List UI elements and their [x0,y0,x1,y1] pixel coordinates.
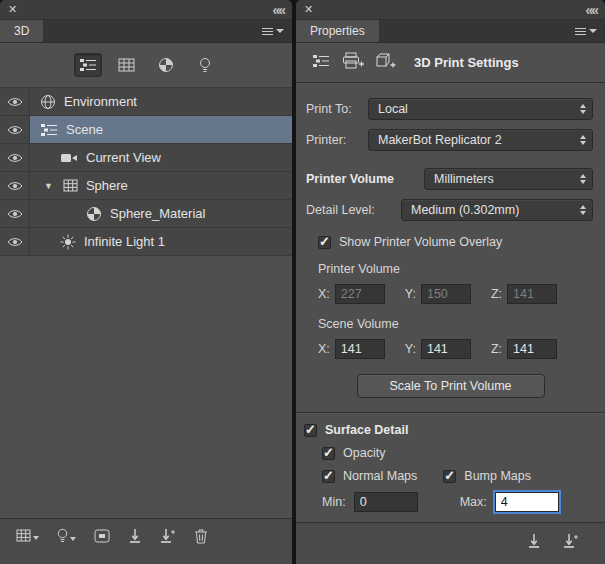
printer-volume-unit-value: Millimeters [434,172,494,186]
row-label: Environment [64,94,137,109]
surface-detail-checkbox[interactable] [304,424,317,437]
scale-to-print-volume-button[interactable]: Scale To Print Volume [357,374,545,398]
grid-menu-icon[interactable] [16,529,39,542]
visibility-toggle[interactable] [0,144,30,171]
row-label: Scene [66,122,103,137]
row-label: Sphere_Material [110,206,205,221]
properties-tab-row: Properties [296,20,605,43]
scene-properties-icon[interactable] [312,54,330,72]
snap-to-ground-icon[interactable] [160,528,176,544]
show-printer-volume-overlay-checkbox[interactable] [318,236,331,249]
max-field[interactable] [495,492,559,512]
row-label: Current View [86,150,161,165]
panel-menu-icon[interactable] [254,20,292,42]
tab-properties[interactable]: Properties [296,20,379,42]
x-axis-label: X: [318,342,330,356]
tab-3d[interactable]: 3D [0,20,43,42]
eye-icon [7,153,23,163]
max-label: Max: [460,495,487,509]
eye-icon [7,97,23,107]
detail-level-value: Medium (0.302mm) [411,203,519,217]
close-icon[interactable]: ✕ [8,4,17,15]
panel-menu-icon[interactable] [567,20,605,42]
delete-icon[interactable] [194,528,208,544]
printer-volume-unit-label: Printer Volume [306,172,424,186]
environment-icon [40,94,56,110]
min-label: Min: [322,495,346,509]
new-light-icon[interactable] [57,528,76,543]
visibility-toggle[interactable] [0,88,30,115]
material-icon [86,206,102,222]
visibility-toggle[interactable] [0,200,30,227]
filter-materials-icon[interactable] [152,53,180,77]
printer-icon[interactable] [342,52,364,74]
visibility-toggle[interactable] [0,116,30,143]
3d-filter-bar [0,43,292,87]
print-to-label: Print To: [306,102,368,116]
y-axis-label: Y: [405,287,416,301]
y-axis-label: Y: [405,342,416,356]
bump-maps-checkbox[interactable] [443,470,456,483]
filter-lights-icon[interactable] [191,53,219,77]
eye-icon [7,209,23,219]
normal-maps-label: Normal Maps [343,469,417,483]
filter-scene-icon[interactable] [74,53,102,77]
scene-row-sphere[interactable]: ▼ Sphere [0,172,292,200]
row-label: Infinite Light 1 [84,234,165,249]
dropdown-arrows-icon [574,104,586,114]
scene-row-scene[interactable]: Scene [0,116,292,144]
scene-volume-y-field[interactable] [421,339,471,359]
detail-level-label: Detail Level: [306,203,401,217]
detail-level-dropdown[interactable]: Medium (0.302mm) [401,199,593,221]
dropdown-arrows-icon [574,205,586,215]
printer-volume-y-field[interactable] [421,284,471,304]
tab-3d-label: 3D [14,24,29,38]
z-axis-label: Z: [491,342,502,356]
properties-toolbar [296,522,605,564]
drop-to-ground-icon[interactable] [128,528,142,544]
menu-lines-icon [575,26,586,37]
normal-maps-checkbox[interactable] [322,470,335,483]
3d-panel: ✕ «« 3D [0,0,292,564]
drop-to-ground-icon[interactable] [527,533,541,549]
scene-row-current-view[interactable]: Current View [0,144,292,172]
print-to-dropdown[interactable]: Local [368,98,593,120]
properties-title: 3D Print Settings [414,55,519,70]
properties-body: 3D Print Settings Print To: Local Printe… [296,43,605,564]
surface-detail-label: Surface Detail [325,423,408,437]
background-icon[interactable] [94,529,110,543]
min-field[interactable] [354,492,418,512]
eye-icon [7,237,23,247]
show-printer-volume-overlay-label: Show Printer Volume Overlay [339,235,502,249]
scene-row-infinite-light[interactable]: Infinite Light 1 [0,228,292,256]
close-icon[interactable]: ✕ [304,4,313,15]
scene-row-environment[interactable]: Environment [0,88,292,116]
collapse-panel-icon[interactable]: «« [272,3,284,17]
opacity-checkbox[interactable] [322,447,335,460]
3d-panel-toolbar [0,518,292,564]
printer-volume-unit-dropdown[interactable]: Millimeters [424,168,593,190]
extrusion-plus-icon[interactable] [376,52,396,73]
disclosure-triangle-icon[interactable]: ▼ [44,181,53,191]
filter-meshes-icon[interactable] [113,53,141,77]
printer-dropdown[interactable]: MakerBot Replicator 2 [368,129,593,151]
bump-maps-label: Bump Maps [464,469,531,483]
scene-row-sphere-material[interactable]: Sphere_Material [0,200,292,228]
scene-volume-z-field[interactable] [507,339,557,359]
dropdown-arrows-icon [574,174,586,184]
tab-fill [43,20,254,42]
printer-volume-x-field[interactable] [335,284,385,304]
print-to-value: Local [378,102,408,116]
menu-lines-icon [262,26,273,37]
camera-icon [60,152,78,164]
properties-header: 3D Print Settings [296,43,605,83]
printer-volume-z-field[interactable] [507,284,557,304]
row-label: Sphere [86,178,128,193]
snap-to-ground-icon[interactable] [563,533,579,549]
printer-value: MakerBot Replicator 2 [378,133,502,147]
visibility-toggle[interactable] [0,172,30,199]
eye-icon [7,181,23,191]
collapse-panel-icon[interactable]: «« [585,3,597,17]
scene-volume-x-field[interactable] [335,339,385,359]
visibility-toggle[interactable] [0,228,30,255]
